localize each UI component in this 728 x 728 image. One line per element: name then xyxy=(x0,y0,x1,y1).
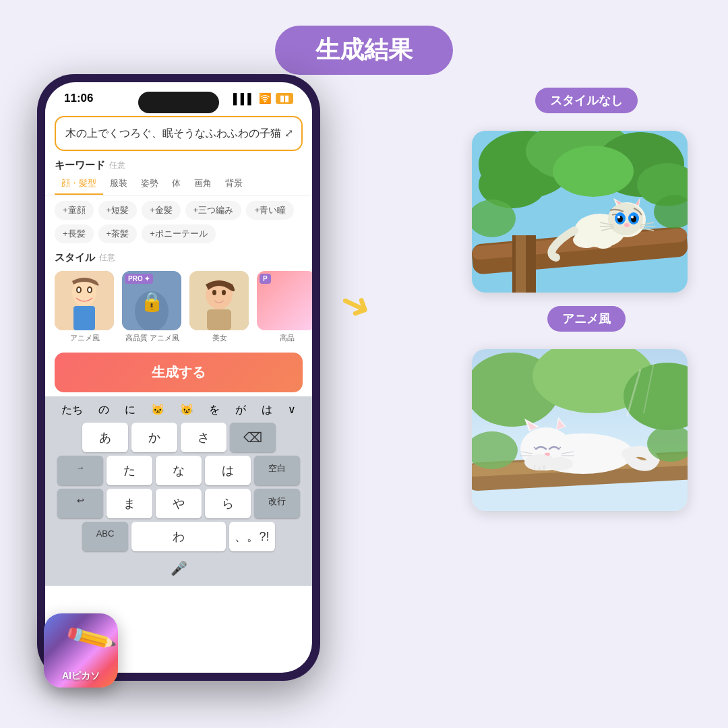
key-ka[interactable]: か xyxy=(131,423,177,452)
dynamic-island xyxy=(138,92,219,113)
svg-point-38 xyxy=(631,216,634,218)
keyboard-row2: → た な は 空白 xyxy=(48,456,309,485)
expand-icon[interactable]: ⤢ xyxy=(284,125,293,142)
suggestion-ga[interactable]: が xyxy=(235,403,246,417)
svg-rect-25 xyxy=(516,235,526,293)
key-ra[interactable]: ら xyxy=(205,489,251,518)
chip-blueeyes[interactable]: +青い瞳 xyxy=(246,201,294,220)
keywords-section-label: キーワード 任意 xyxy=(45,156,312,173)
pencil-icon: ✏️ xyxy=(63,613,118,666)
suggestion-wo[interactable]: を xyxy=(209,403,220,417)
svg-point-37 xyxy=(617,216,620,218)
generate-button[interactable]: 生成する xyxy=(55,353,303,392)
tab-face-hair[interactable]: 顔・髪型 xyxy=(55,173,103,195)
style-anime-pro[interactable]: PRO ✦ 🔒 高品質 アニメ風 xyxy=(122,271,183,343)
svg-rect-6 xyxy=(73,306,95,330)
chip-braid[interactable]: +三つ編み xyxy=(185,201,242,220)
suggestion-tachi[interactable]: たち xyxy=(61,403,83,417)
key-delete[interactable]: ⌫ xyxy=(230,423,276,452)
keyboard: たち の に 🐱 😺 を が は ∨ あ か さ ⌫ → xyxy=(45,396,312,586)
style-thumb-anime-pro: PRO ✦ 🔒 xyxy=(122,271,181,330)
chip-blondhair[interactable]: +金髪 xyxy=(142,201,181,220)
key-space[interactable]: 空白 xyxy=(254,456,300,485)
prompt-box[interactable]: 木の上でくつろぐ、眠そうなふわふわの子猫 ⤢ xyxy=(55,116,303,151)
key-abc[interactable]: ABC xyxy=(82,522,128,551)
svg-point-39 xyxy=(624,223,630,227)
svg-rect-14 xyxy=(207,309,231,330)
style-name-beauty: 美女 xyxy=(189,333,250,343)
result-label-1: スタイルなし xyxy=(535,88,638,113)
svg-point-4 xyxy=(78,288,80,292)
style-name-anime: アニメ風 xyxy=(55,333,115,343)
svg-point-5 xyxy=(88,288,91,292)
style-name-extra: 高品 xyxy=(257,333,312,343)
key-ma[interactable]: ま xyxy=(107,489,152,518)
suggestion-ni[interactable]: に xyxy=(125,403,135,417)
svg-point-13 xyxy=(222,290,226,295)
keyboard-row3: ↩ ま や ら 改行 xyxy=(48,489,309,518)
tab-pose[interactable]: 姿勢 xyxy=(134,173,165,195)
chip-longhair[interactable]: +長髪 xyxy=(55,224,94,243)
phone-screen: 11:06 ▌▌▌ 🛜 ▮▮ 木の上でくつろぐ、眠そうなふわふわの子猫 ⤢ キー… xyxy=(45,82,312,673)
keyboard-row1: あ か さ ⌫ xyxy=(48,423,309,452)
keyboard-row4: ABC わ 、。?! xyxy=(48,522,309,551)
key-punct[interactable]: 、。?! xyxy=(229,522,275,551)
results-panel: スタイルなし xyxy=(472,88,701,524)
style-name-anime-pro: 高品質 アニメ風 xyxy=(122,333,183,343)
keyword-tabs: 顔・髪型 服装 姿勢 体 画角 背景 xyxy=(45,173,312,195)
keyboard-suggestions: たち の に 🐱 😺 を が は ∨ xyxy=(48,400,309,420)
style-extra[interactable]: P 高品 xyxy=(257,271,312,343)
style-anime[interactable]: アニメ風 xyxy=(55,271,115,343)
svg-text:🔒: 🔒 xyxy=(140,291,164,313)
svg-point-47 xyxy=(593,235,613,249)
chip-babyface[interactable]: +童顔 xyxy=(55,201,94,220)
tab-background[interactable]: 背景 xyxy=(218,173,249,195)
pro-badge-extra: P xyxy=(260,274,271,284)
style-section-label: スタイル 任意 xyxy=(45,249,312,266)
key-enter[interactable]: 改行 xyxy=(254,489,300,518)
key-ha[interactable]: は xyxy=(205,456,251,485)
svg-point-19 xyxy=(553,146,634,197)
status-bar: 11:06 ▌▌▌ 🛜 ▮▮ xyxy=(45,82,312,111)
tab-body[interactable]: 体 xyxy=(165,173,187,195)
suggestion-cat2[interactable]: 😺 xyxy=(180,403,193,417)
suggestion-cat1[interactable]: 🐱 xyxy=(151,403,164,417)
style-thumb-extra: P xyxy=(257,271,312,330)
title-badge: 生成結果 xyxy=(275,26,453,75)
app-icon[interactable]: ✏️ AIピカソ xyxy=(44,613,118,688)
key-na[interactable]: な xyxy=(156,456,202,485)
key-sa[interactable]: さ xyxy=(181,423,226,452)
suggestion-ha[interactable]: は xyxy=(262,403,272,417)
result-image-realistic xyxy=(472,131,688,293)
arrow-icon: ➜ xyxy=(333,278,380,330)
tab-angle[interactable]: 画角 xyxy=(187,173,218,195)
signal-icon: ▌▌▌ xyxy=(233,93,255,104)
app-name: AIピカソ xyxy=(62,670,100,682)
key-a[interactable]: あ xyxy=(82,423,128,452)
chip-shorthair[interactable]: +短髪 xyxy=(98,201,138,220)
chip-ponytail[interactable]: +ポニーテール xyxy=(142,224,216,243)
key-ya[interactable]: や xyxy=(156,489,202,518)
key-undo[interactable]: ↩ xyxy=(57,489,103,518)
style-beauty[interactable]: 美女 xyxy=(189,271,250,343)
result-image-anime xyxy=(472,349,688,511)
key-ta[interactable]: た xyxy=(107,456,152,485)
key-arrow[interactable]: → xyxy=(57,456,103,485)
chip-brownhair[interactable]: +茶髪 xyxy=(98,224,138,243)
suggestion-no[interactable]: の xyxy=(98,403,109,417)
phone-frame: 11:06 ▌▌▌ 🛜 ▮▮ 木の上でくつろぐ、眠そうなふわふわの子猫 ⤢ キー… xyxy=(37,74,320,681)
style-row: アニメ風 PRO ✦ 🔒 高品質 アニメ風 xyxy=(45,266,312,348)
suggestion-more[interactable]: ∨ xyxy=(288,403,296,417)
battery-icon: ▮▮ xyxy=(276,93,293,104)
pro-badge: PRO ✦ xyxy=(125,274,153,284)
tab-clothing[interactable]: 服装 xyxy=(103,173,134,195)
status-icons: ▌▌▌ 🛜 ▮▮ xyxy=(233,92,293,104)
microphone-button[interactable]: 🎤 xyxy=(48,555,309,582)
result-label-2: アニメ風 xyxy=(547,306,626,332)
key-wa[interactable]: わ xyxy=(131,522,226,551)
status-time: 11:06 xyxy=(64,92,93,105)
phone-container: 11:06 ▌▌▌ 🛜 ▮▮ 木の上でくつろぐ、眠そうなふわふわの子猫 ⤢ キー… xyxy=(37,74,320,681)
style-thumb-beauty xyxy=(189,271,249,330)
keyword-chips: +童顔 +短髪 +金髪 +三つ編み +青い瞳 +長髪 +茶髪 +ポニーテール xyxy=(45,195,312,249)
style-thumb-anime xyxy=(55,271,114,330)
